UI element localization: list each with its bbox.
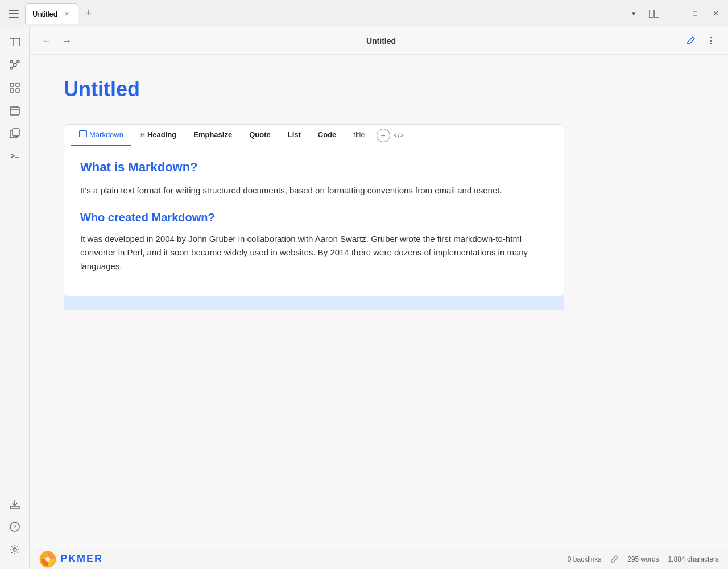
document-area: Untitled Markdown H Headi (30, 55, 728, 549)
dropdown-btn[interactable]: ▾ (626, 6, 642, 22)
title-bar-left (5, 5, 23, 23)
pkmer-text: PKMER (60, 553, 103, 565)
sidebar-item-calendar[interactable] (5, 100, 25, 121)
status-bar: PKMER 0 backlinks 295 words 1,884 charac… (30, 549, 728, 569)
svg-rect-2 (9, 17, 19, 18)
back-button[interactable]: ← (39, 33, 55, 49)
code-view-button[interactable]: </> (394, 131, 404, 139)
sidebar-item-terminal[interactable] (5, 146, 25, 166)
sidebar-bottom: ? (5, 494, 25, 564)
svg-rect-14 (10, 83, 14, 86)
tab-quote[interactable]: Quote (241, 125, 279, 146)
content-p1: It's a plain text format for writing str… (80, 184, 548, 197)
backlinks-status: 0 backlinks (568, 555, 601, 563)
tab-list[interactable]: List (280, 125, 309, 146)
pkmer-logo: PKMER (39, 550, 103, 568)
svg-rect-17 (16, 89, 19, 92)
sidebar-item-graph[interactable] (5, 55, 25, 75)
edit-status-icon[interactable] (610, 555, 618, 563)
sidebar-item-copy[interactable] (5, 123, 25, 143)
markdown-content: What is Markdown? It's a plain text form… (64, 146, 564, 296)
top-nav: ← → Untitled ⋮ (30, 27, 728, 55)
svg-rect-0 (9, 10, 19, 11)
markdown-tab-icon (79, 130, 87, 139)
content-h2: Who created Markdown? (80, 211, 548, 224)
nav-actions: ⋮ (682, 33, 719, 49)
list-tab-label: List (288, 130, 301, 139)
svg-line-13 (12, 67, 13, 68)
layout-btn[interactable] (646, 6, 662, 22)
words-status: 295 words (627, 555, 659, 563)
chars-status: 1,884 characters (668, 555, 719, 563)
svg-rect-23 (13, 129, 19, 136)
pkmer-icon (39, 550, 57, 568)
sidebar-toggle-btn[interactable] (5, 5, 23, 23)
heading-prefix: H (140, 131, 145, 138)
forward-button[interactable]: → (59, 33, 75, 49)
quote-tab-label: Quote (249, 130, 271, 139)
svg-rect-18 (10, 107, 19, 115)
nav-arrows: ← → (39, 33, 75, 49)
svg-text:?: ? (13, 523, 16, 530)
svg-line-11 (12, 62, 13, 63)
new-tab-button[interactable]: + (81, 6, 97, 22)
tab-emphasize[interactable]: Emphasize (185, 125, 240, 146)
chars-label: 1,884 characters (668, 555, 719, 563)
main-content: ← → Untitled ⋮ Untitled (30, 27, 728, 569)
content-h1: What is Markdown? (80, 160, 548, 175)
active-tab[interactable]: Untitled ✕ (25, 3, 78, 24)
tab-markdown[interactable]: Markdown (71, 125, 131, 146)
minimize-btn[interactable]: — (667, 6, 682, 22)
add-tab-button[interactable]: + (377, 129, 390, 142)
content-p2: It was developed in 2004 by John Gruber … (80, 232, 548, 273)
svg-point-7 (13, 63, 16, 67)
blue-accent-strip (64, 296, 564, 310)
svg-point-32 (46, 557, 50, 562)
markdown-card: Markdown H Heading Emphasize Quote List (64, 124, 564, 296)
tab-close-btn[interactable]: ✕ (62, 9, 71, 18)
title-tab-label: title (353, 130, 365, 139)
svg-rect-3 (649, 10, 653, 18)
code-tab-label: Code (318, 130, 337, 139)
words-label: 295 words (627, 555, 659, 563)
svg-point-29 (13, 548, 16, 551)
svg-rect-25 (10, 506, 19, 509)
markdown-tabs: Markdown H Heading Emphasize Quote List (64, 125, 564, 146)
nav-title: Untitled (80, 36, 682, 46)
sidebar-item-grid[interactable] (5, 77, 25, 98)
markdown-tab-label: Markdown (89, 130, 123, 139)
svg-rect-30 (80, 131, 87, 137)
svg-rect-5 (10, 38, 20, 46)
svg-rect-16 (10, 89, 14, 92)
svg-line-12 (16, 62, 17, 63)
maximize-btn[interactable]: □ (687, 6, 703, 22)
sidebar-item-help[interactable]: ? (5, 517, 25, 537)
document-title: Untitled (64, 77, 694, 101)
heading-tab-label: Heading (147, 130, 176, 139)
sidebar-item-sidebar[interactable] (5, 32, 25, 52)
more-button[interactable]: ⋮ (703, 33, 719, 49)
tab-label: Untitled (32, 10, 57, 18)
tabs-area: Untitled ✕ + (25, 3, 626, 24)
svg-rect-4 (655, 10, 659, 18)
sidebar: ? (0, 27, 30, 569)
app-body: ? ← → Untitled (0, 27, 728, 569)
title-bar-right: ▾ — □ ✕ (626, 6, 723, 22)
tab-code[interactable]: Code (310, 125, 345, 146)
svg-rect-1 (9, 13, 19, 14)
close-btn[interactable]: ✕ (708, 6, 723, 22)
sidebar-item-settings[interactable] (5, 539, 25, 560)
title-bar: Untitled ✕ + ▾ — □ ✕ (0, 0, 728, 27)
tab-heading[interactable]: H Heading (133, 125, 184, 146)
backlinks-label: 0 backlinks (568, 555, 601, 563)
svg-rect-15 (16, 83, 19, 86)
emphasize-tab-label: Emphasize (193, 130, 232, 139)
edit-button[interactable] (682, 33, 698, 49)
tab-title[interactable]: title (345, 125, 373, 146)
sidebar-item-download[interactable] (5, 494, 25, 514)
